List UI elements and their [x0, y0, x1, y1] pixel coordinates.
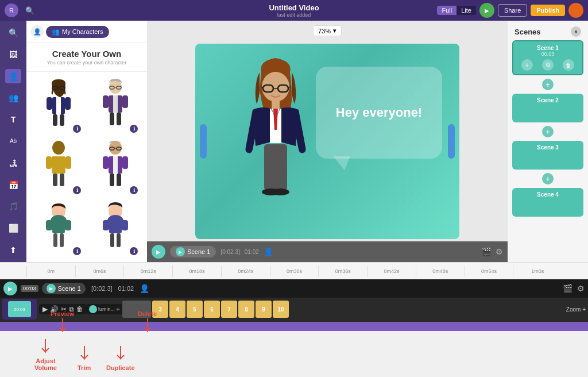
timeline-segment[interactable]: 4 [169, 301, 185, 318]
search-sidebar-icon[interactable]: 🔍 [5, 25, 21, 40]
trim-label: Trim [78, 364, 91, 371]
svg-rect-6 [47, 97, 52, 110]
svg-rect-40 [65, 220, 71, 230]
list-item[interactable]: ℹ [88, 137, 142, 196]
timeline-segment[interactable]: 8 [238, 301, 254, 318]
scene-play-icon: ▶ [47, 284, 56, 293]
svg-rect-32 [103, 156, 109, 169]
zoom-control[interactable]: Zoom + [566, 306, 586, 313]
timeline-segment[interactable]: 5 [187, 301, 203, 318]
canvas-area: 73% ▾ [147, 21, 508, 262]
add-scene-btn-3[interactable]: + [542, 173, 554, 184]
gear-tl-icon[interactable]: ⚙ [577, 284, 585, 293]
my-characters-tab[interactable]: 👥 My Characters [46, 26, 109, 38]
adjust-volume-btn[interactable]: 🔊 [50, 305, 59, 313]
upload-sidebar-icon[interactable]: ⬆ [5, 243, 21, 257]
person-sidebar-icon[interactable]: 👤 [5, 69, 21, 84]
person-tl-icon[interactable]: 👤 [140, 284, 149, 293]
scene-card-3[interactable]: Scene 3 [512, 141, 583, 170]
group-sidebar-icon[interactable]: 👥 [5, 90, 21, 105]
music-sidebar-icon[interactable]: 🎵 [5, 199, 21, 214]
right-indicator [448, 124, 455, 159]
canvas-play-button[interactable]: ▶ [152, 245, 165, 259]
bubble-tail [333, 156, 350, 170]
ab-sidebar-icon[interactable]: Ab [5, 134, 21, 149]
publish-button[interactable]: Publish [531, 5, 565, 16]
character-figure [36, 137, 82, 189]
timeline-tick: 0m6s [75, 266, 124, 277]
duplicate-btn[interactable]: ⧉ [69, 305, 74, 313]
delete-btn[interactable]: 🗑 [76, 305, 83, 313]
thumb-preview: 00:03 [8, 301, 31, 317]
scene-add-btn[interactable]: + [521, 59, 533, 71]
top-play-button[interactable]: ▶ [479, 3, 494, 18]
timeline-segment[interactable]: 6 [204, 301, 220, 318]
trim-annotation: Trim [78, 346, 91, 371]
scene-3-label: Scene 3 [516, 144, 580, 151]
lumi-label: lumin... ✛ [87, 304, 122, 314]
view-lite-button[interactable]: Lite [457, 6, 476, 15]
character-svg [95, 137, 136, 189]
scenes-title: Scenes [514, 28, 541, 36]
list-item[interactable]: ℹ [31, 199, 86, 257]
list-item[interactable]: ℹ [88, 199, 142, 257]
svg-rect-49 [117, 233, 121, 247]
char-info-badge: ℹ [73, 125, 81, 133]
svg-rect-48 [110, 233, 114, 247]
view-full-button[interactable]: Full [437, 6, 457, 15]
scene-delete-btn[interactable]: 🗑 [563, 59, 574, 71]
panel-collapse-arrow[interactable]: ❯ [146, 137, 147, 145]
image-sidebar-icon[interactable]: 🖼 [5, 47, 21, 62]
calendar-sidebar-icon[interactable]: 📅 [5, 178, 21, 193]
preview-btn[interactable]: ▶ [42, 305, 48, 313]
list-item[interactable]: ℹ [31, 76, 86, 135]
svg-rect-34 [110, 174, 114, 186]
person-canvas-icon[interactable]: 👤 [264, 247, 273, 256]
add-scene-btn-1[interactable]: + [542, 79, 554, 90]
timeline-area: ▶ 00:03 ▶ Scene 1 [0:02.3] 01:02 👤 🎬 ⚙ 0… [0, 279, 588, 331]
time-current: [0:02.3] [220, 249, 239, 255]
timeline-segment[interactable] [122, 301, 151, 318]
scene-card-4[interactable]: Scene 4 [512, 188, 583, 217]
timeline-tick: 0m42s [367, 266, 416, 277]
timeline-segment[interactable]: 7 [221, 301, 237, 318]
svg-line-54 [261, 87, 263, 87]
user-avatar [568, 3, 583, 18]
landscape-sidebar-icon[interactable]: 🏞 [5, 156, 21, 171]
scene-2-label: Scene 2 [516, 97, 580, 103]
character-svg [95, 76, 136, 128]
scene-button[interactable]: ▶ Scene 1 [170, 246, 216, 257]
list-item[interactable]: ℹ [88, 76, 142, 135]
timeline-ruler: 0m0m6s0m12s0m18s0m24s0m30s0m36s0m42s0m48… [0, 262, 588, 279]
video-subtitle: last edit added [269, 12, 319, 18]
timeline-thumb: 00:03 [2, 299, 37, 320]
text-sidebar-icon[interactable]: T [5, 112, 21, 127]
timeline-tick: 1m0s [513, 266, 562, 277]
zoom-badge[interactable]: 73% ▾ [313, 25, 342, 36]
scene-label-button[interactable]: ▶ Scene 1 [42, 283, 86, 294]
scene-copy-btn[interactable]: ⧉ [542, 59, 554, 71]
scene-card-1[interactable]: Scene 1 00:03 + ⧉ 🗑 [512, 40, 583, 75]
timeline-play-button[interactable]: ▶ [3, 282, 17, 295]
timeline-tick: 0m12s [123, 266, 172, 277]
share-button[interactable]: Share [498, 4, 527, 17]
svg-rect-24 [53, 174, 57, 186]
character-figure [36, 199, 82, 251]
timeline-segment[interactable]: 3 [152, 301, 168, 318]
adjust-volume-arrow-icon [40, 339, 51, 356]
gear-canvas-icon[interactable]: ⚙ [496, 247, 503, 256]
svg-rect-31 [113, 156, 118, 174]
list-item[interactable]: ℹ [31, 137, 86, 196]
film-canvas-icon[interactable]: 🎬 [481, 247, 491, 256]
svg-rect-9 [60, 114, 64, 126]
shapes-sidebar-icon[interactable]: ⬜ [5, 221, 21, 236]
timeline-segments: 345678910 [122, 301, 566, 318]
timeline-segment[interactable]: 9 [256, 301, 272, 318]
trim-btn[interactable]: ✂ [61, 305, 67, 313]
film-tl-icon[interactable]: 🎬 [563, 284, 572, 293]
search-icon[interactable]: 🔍 [22, 2, 38, 18]
scenes-close-button[interactable]: × [571, 26, 581, 37]
scene-card-2[interactable]: Scene 2 [512, 94, 583, 122]
timeline-segment[interactable]: 10 [273, 301, 289, 318]
add-scene-btn-2[interactable]: + [542, 126, 554, 137]
